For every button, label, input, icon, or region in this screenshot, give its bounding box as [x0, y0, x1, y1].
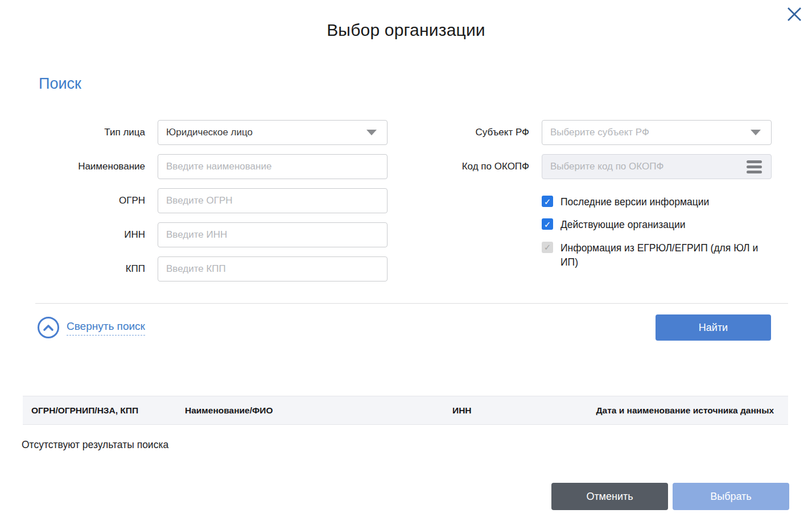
- type-select[interactable]: Юридическое лицо: [158, 120, 388, 145]
- region-label: Субъект РФ: [432, 127, 529, 138]
- ogrn-label: ОГРН: [41, 195, 145, 206]
- chevron-down-icon: [751, 130, 761, 135]
- field-row-region: Субъект РФ Выберите субъект РФ: [432, 120, 772, 145]
- type-label: Тип лица: [41, 127, 145, 138]
- find-button[interactable]: Найти: [656, 314, 771, 341]
- inn-input[interactable]: [158, 222, 388, 247]
- okopf-picker[interactable]: Выберите код по ОКОПФ: [542, 154, 772, 179]
- checkbox-disabled-icon: ✓: [542, 242, 553, 253]
- chevron-down-icon: [366, 130, 377, 135]
- form-left-column: Тип лица Юридическое лицо Наименование О…: [41, 120, 388, 291]
- field-row-kpp: КПП: [41, 256, 388, 281]
- column-header-name: Наименование/ФИО: [185, 405, 452, 416]
- checkbox-checked-icon[interactable]: ✓: [542, 196, 553, 207]
- cancel-button[interactable]: Отменить: [551, 483, 668, 510]
- results-table-header: ОГРН/ОГРНИП/НЗА, КПП Наименование/ФИО ИН…: [23, 396, 788, 425]
- chevron-up-circle-icon[interactable]: [38, 317, 59, 338]
- empty-results-message: Отсутствуют результаты поиска: [22, 439, 812, 451]
- okopf-label: Код по ОКОПФ: [432, 161, 529, 172]
- okopf-placeholder: Выберите код по ОКОПФ: [550, 161, 663, 172]
- column-header-inn: ИНН: [452, 405, 566, 416]
- collapse-search-control[interactable]: Свернуть поиск: [38, 317, 145, 338]
- column-header-ogrn: ОГРН/ОГРНИП/НЗА, КПП: [23, 405, 185, 416]
- checkbox-label: Действующие организации: [560, 218, 686, 232]
- checkbox-active-organizations[interactable]: ✓ Действующие организации: [542, 218, 772, 232]
- name-input[interactable]: [158, 154, 388, 179]
- field-row-okopf: Код по ОКОПФ Выберите код по ОКОПФ: [432, 154, 772, 179]
- region-select[interactable]: Выберите субъект РФ: [542, 120, 772, 145]
- close-icon: [786, 6, 803, 23]
- search-form: Тип лица Юридическое лицо Наименование О…: [0, 120, 812, 291]
- field-row-name: Наименование: [41, 154, 388, 179]
- checkbox-label: Информация из ЕГРЮЛ/ЕГРИП (для ЮЛ и ИП): [560, 241, 770, 270]
- checkbox-latest-versions[interactable]: ✓ Последние версии информации: [542, 195, 772, 209]
- ogrn-input[interactable]: [158, 188, 388, 213]
- kpp-label: КПП: [41, 263, 145, 275]
- hamburger-menu-icon: [747, 160, 762, 173]
- collapse-search-link[interactable]: Свернуть поиск: [67, 320, 145, 336]
- checkbox-checked-icon[interactable]: ✓: [542, 218, 553, 230]
- footer-actions: Отменить Выбрать: [551, 483, 789, 510]
- checkbox-label: Последние версии информации: [560, 195, 709, 209]
- select-button[interactable]: Выбрать: [673, 483, 789, 510]
- region-select-placeholder: Выберите субъект РФ: [550, 127, 649, 138]
- field-row-ogrn: ОГРН: [41, 188, 388, 213]
- field-row-inn: ИНН: [41, 222, 388, 247]
- search-actions-row: Свернуть поиск Найти: [0, 304, 812, 341]
- field-row-type: Тип лица Юридическое лицо: [41, 120, 388, 145]
- checkbox-group: ✓ Последние версии информации ✓ Действую…: [542, 195, 772, 279]
- kpp-input[interactable]: [158, 256, 388, 281]
- dialog-title: Выбор организации: [0, 20, 812, 40]
- name-label: Наименование: [41, 161, 145, 172]
- close-button[interactable]: [784, 3, 805, 25]
- inn-label: ИНН: [41, 229, 145, 241]
- organization-select-dialog: Выбор организации Поиск Тип лица Юридиче…: [0, 20, 812, 451]
- column-header-source: Дата и наименование источника данных: [566, 405, 788, 416]
- search-heading: Поиск: [39, 75, 812, 93]
- checkbox-egrul-egrip: ✓ Информация из ЕГРЮЛ/ЕГРИП (для ЮЛ и ИП…: [542, 241, 772, 270]
- form-right-column: Субъект РФ Выберите субъект РФ Код по ОК…: [432, 120, 772, 291]
- type-select-value: Юридическое лицо: [166, 127, 253, 138]
- results-table: ОГРН/ОГРНИП/НЗА, КПП Наименование/ФИО ИН…: [23, 396, 788, 425]
